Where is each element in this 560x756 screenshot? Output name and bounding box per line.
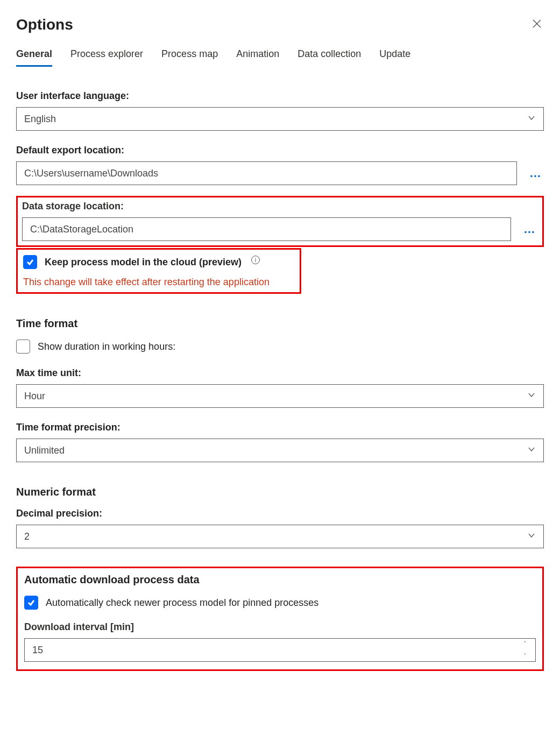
- data-storage-value: C:\DataStorageLocation: [30, 224, 133, 235]
- tab-update[interactable]: Update: [379, 48, 410, 67]
- tab-general[interactable]: General: [16, 48, 52, 67]
- time-precision-label: Time format precision:: [16, 422, 544, 433]
- max-time-unit-label: Max time unit:: [16, 368, 544, 379]
- export-location-input[interactable]: C:\Users\username\Downloads: [16, 161, 517, 185]
- time-precision-value: Unlimited: [24, 445, 65, 456]
- show-duration-label: Show duration in working hours:: [38, 341, 175, 352]
- tab-data-collection[interactable]: Data collection: [297, 48, 361, 67]
- spinner-down-icon[interactable]: ˅: [523, 653, 532, 659]
- download-interval-input[interactable]: 15 ˄ ˅: [24, 638, 536, 662]
- max-time-unit-select[interactable]: Hour: [16, 384, 544, 408]
- tabs-bar: General Process explorer Process map Ani…: [16, 48, 544, 67]
- ui-language-select[interactable]: English: [16, 107, 544, 131]
- decimal-precision-value: 2: [24, 531, 30, 542]
- data-storage-highlight: Data storage location: C:\DataStorageLoc…: [16, 196, 544, 247]
- export-location-label: Default export location:: [16, 145, 544, 156]
- numeric-format-heading: Numeric format: [16, 486, 544, 498]
- tab-animation[interactable]: Animation: [236, 48, 279, 67]
- time-precision-select[interactable]: Unlimited: [16, 439, 544, 462]
- chevron-down-icon: [527, 531, 536, 542]
- auto-download-heading: Automatic download process data: [24, 574, 536, 586]
- export-location-value: C:\Users\username\Downloads: [24, 168, 158, 179]
- download-interval-value: 15: [32, 645, 43, 656]
- page-title: Options: [16, 16, 73, 33]
- time-format-heading: Time format: [16, 317, 544, 330]
- info-icon[interactable]: i: [251, 256, 260, 264]
- decimal-precision-label: Decimal precision:: [16, 508, 544, 519]
- chevron-down-icon: [527, 445, 536, 456]
- data-storage-label: Data storage location:: [22, 201, 538, 212]
- chevron-down-icon: [527, 114, 536, 125]
- close-icon[interactable]: [530, 17, 544, 33]
- tab-process-explorer[interactable]: Process explorer: [70, 48, 143, 67]
- ui-language-value: English: [24, 114, 56, 125]
- spinner-up-icon[interactable]: ˄: [523, 641, 532, 647]
- auto-download-highlight: Automatic download process data Automati…: [16, 567, 544, 671]
- browse-data-storage-button[interactable]: …: [522, 222, 538, 236]
- auto-check-checkbox[interactable]: [24, 596, 38, 610]
- download-interval-label: Download interval [min]: [24, 621, 536, 633]
- auto-check-label: Automatically check newer process model …: [46, 597, 318, 609]
- data-storage-input[interactable]: C:\DataStorageLocation: [22, 217, 511, 241]
- keep-cloud-highlight: Keep process model in the cloud (preview…: [16, 248, 301, 294]
- keep-cloud-label: Keep process model in the cloud (preview…: [45, 257, 242, 268]
- restart-warning: This change will take effect after resta…: [23, 277, 294, 288]
- browse-export-location-button[interactable]: …: [528, 166, 544, 180]
- ui-language-label: User interface language:: [16, 90, 544, 102]
- tab-process-map[interactable]: Process map: [161, 48, 218, 67]
- chevron-down-icon: [527, 391, 536, 402]
- max-time-unit-value: Hour: [24, 391, 45, 402]
- keep-cloud-checkbox[interactable]: [23, 255, 37, 269]
- decimal-precision-select[interactable]: 2: [16, 525, 544, 548]
- show-duration-checkbox[interactable]: [16, 340, 30, 354]
